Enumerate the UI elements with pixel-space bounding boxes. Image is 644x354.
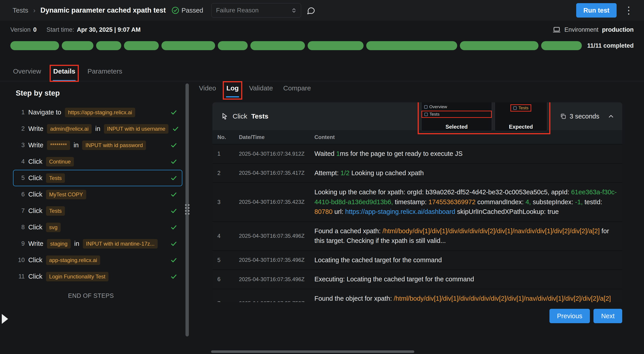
step-row[interactable]: 5ClickTests bbox=[13, 170, 182, 186]
mini-menu-item: Tests bbox=[510, 104, 531, 112]
run-test-button[interactable]: Run test bbox=[576, 3, 616, 18]
step-target-badge: Continue bbox=[46, 157, 74, 166]
progress-segment bbox=[10, 41, 59, 50]
step-number: 7 bbox=[16, 207, 25, 214]
collapse-panel-button[interactable] bbox=[608, 113, 614, 120]
step-target-badge: INPUT with id username bbox=[104, 124, 169, 134]
progress-segment bbox=[96, 41, 121, 50]
step-target-badge: MyTest COPY bbox=[46, 190, 86, 199]
thumbnail-selected[interactable]: OverviewTestsSelected bbox=[421, 102, 492, 131]
step-row[interactable]: 10Clickapp-staging.relicx.ai bbox=[13, 252, 182, 268]
log-table-body: 12025-04-30T16:07:34.912ZWaited 1ms for … bbox=[212, 144, 622, 302]
log-text-segment: Looking up the cache for xpath: orgId: b… bbox=[314, 189, 571, 196]
panel-resize-grip[interactable] bbox=[185, 204, 190, 215]
log-row-timestamp: 2025-04-30T16:07:35.496Z bbox=[234, 222, 310, 251]
log-row: 32025-04-30T16:07:35.423ZLooking up the … bbox=[212, 183, 622, 222]
version-value: 0 bbox=[33, 26, 36, 33]
step-action: Write bbox=[28, 240, 43, 247]
duration-info: 3 seconds bbox=[560, 113, 599, 120]
mini-item-icon bbox=[424, 113, 428, 116]
tab-log[interactable]: Log bbox=[226, 84, 239, 97]
step-row[interactable]: 1Navigate tohttps://app-staging.relicx.a… bbox=[13, 104, 182, 121]
copy-icon[interactable] bbox=[560, 113, 566, 120]
tab-label: Details bbox=[53, 68, 75, 75]
progress-caption: 11/11 completed bbox=[587, 42, 634, 49]
breadcrumb-tests[interactable]: Tests bbox=[12, 7, 28, 14]
active-tab-underline bbox=[226, 96, 239, 97]
log-row-content: Looking up the cache for xpath: orgId: b… bbox=[310, 183, 622, 222]
tab-validate[interactable]: Validate bbox=[249, 84, 273, 97]
tab-overview[interactable]: Overview bbox=[13, 68, 41, 81]
log-text-segment: /html/body/div[1]/div[1]/div/div/div/div… bbox=[382, 227, 601, 235]
step-action: in bbox=[74, 240, 80, 247]
tab-compare[interactable]: Compare bbox=[283, 84, 311, 97]
step-row[interactable]: 2Writeadmin@relicx.aiinINPUT with id use… bbox=[13, 121, 182, 137]
thumbnail-preview: OverviewTests bbox=[422, 102, 492, 118]
step-action: Navigate to bbox=[28, 109, 61, 116]
thumbnail-caption: Selected bbox=[422, 124, 492, 130]
log-row-timestamp: 2025-04-30T16:07:35.417Z bbox=[234, 163, 310, 183]
progress-bar bbox=[10, 41, 582, 50]
kebab-menu-icon[interactable]: ⋮ bbox=[624, 6, 634, 15]
step-success-check bbox=[170, 224, 178, 231]
step-action: Click bbox=[28, 256, 42, 264]
thumbnail-caption: Expected bbox=[495, 124, 547, 130]
column-header: Date/Time bbox=[234, 130, 310, 144]
step-row[interactable]: 8Clicksvg bbox=[13, 219, 182, 236]
log-text-segment: -1, bbox=[575, 198, 584, 206]
thumbnail-expected[interactable]: TestsExpected bbox=[495, 102, 547, 131]
version-label: Version bbox=[10, 26, 30, 33]
comment-icon[interactable] bbox=[306, 6, 316, 15]
progress-segment bbox=[218, 41, 248, 50]
tab-video[interactable]: Video bbox=[199, 84, 216, 97]
check-icon bbox=[170, 142, 178, 149]
log-row-content: Waited 1ms for the page to get ready to … bbox=[310, 144, 622, 163]
start-time-label: Start time: bbox=[46, 26, 74, 33]
log-row-timestamp: 2025-04-30T16:07:34.912Z bbox=[234, 144, 310, 163]
steps-scrollbar bbox=[186, 81, 189, 354]
log-text-segment: testId: bbox=[584, 198, 602, 206]
step-row[interactable]: 11ClickLogin Functionality Test bbox=[13, 268, 182, 285]
cursor-click-icon bbox=[221, 112, 228, 120]
check-icon bbox=[172, 125, 179, 132]
previous-button[interactable]: Previous bbox=[550, 309, 590, 323]
step-row[interactable]: 7ClickTests bbox=[13, 203, 182, 219]
step-row[interactable]: 4ClickContinue bbox=[13, 153, 182, 170]
failure-reason-select[interactable]: Failure Reason bbox=[211, 3, 301, 18]
tab-label: Log bbox=[226, 84, 239, 92]
tab-parameters[interactable]: Parameters bbox=[87, 68, 122, 81]
meta-row: Version 0 Start time: Apr 30, 2025 | 9:0… bbox=[0, 21, 644, 39]
step-success-check bbox=[170, 158, 178, 165]
step-row[interactable]: 6ClickMyTest COPY bbox=[13, 186, 182, 203]
log-header-right: OverviewTestsSelectedTestsExpected 3 sec… bbox=[421, 102, 614, 131]
check-icon bbox=[170, 191, 178, 198]
horizontal-scrollbar[interactable] bbox=[211, 350, 414, 353]
progress-segment bbox=[541, 41, 582, 50]
log-row-content: Found the object for xpath: /html/body/d… bbox=[310, 289, 622, 302]
step-row[interactable]: 9WritestaginginINPUT with id mantine-17z… bbox=[13, 236, 182, 252]
log-link[interactable]: https://app-staging.relicx.ai/dashboard bbox=[345, 208, 457, 215]
status-label: Passed bbox=[182, 7, 203, 14]
log-text-segment: Waited bbox=[314, 150, 336, 157]
log-text-segment: substepIndex: bbox=[532, 198, 575, 206]
step-success-check bbox=[170, 207, 178, 215]
next-button[interactable]: Next bbox=[594, 309, 622, 323]
log-card: Click Tests OverviewTestsSelectedTestsEx… bbox=[212, 102, 622, 302]
step-target-badge: https://app-staging.relicx.ai bbox=[65, 108, 135, 117]
status-badge: Passed bbox=[172, 7, 203, 14]
step-number: 8 bbox=[16, 224, 25, 231]
step-row[interactable]: 3Write********inINPUT with id password bbox=[13, 137, 182, 153]
environment-value: production bbox=[602, 26, 634, 33]
step-target-badge: INPUT with id mantine-17z... bbox=[83, 239, 158, 249]
step-number: 11 bbox=[16, 273, 25, 280]
log-row-content: Found a cached xpath: /html/body/div[1]/… bbox=[310, 222, 622, 251]
step-action: Click bbox=[28, 174, 42, 182]
tab-details[interactable]: Details bbox=[53, 68, 75, 81]
mini-menu-item: Tests bbox=[422, 111, 492, 118]
thumbnail-preview: Tests bbox=[495, 102, 547, 112]
speech-bubble-icon bbox=[306, 6, 316, 15]
sidebar-expand-arrow-icon[interactable] bbox=[2, 314, 8, 324]
log-row-content: Executing: Locating the cached target fo… bbox=[310, 270, 622, 289]
top-bar: Tests › Dynamic parameter cached xpath t… bbox=[0, 0, 644, 21]
steps-heading: Step by step bbox=[16, 89, 182, 97]
